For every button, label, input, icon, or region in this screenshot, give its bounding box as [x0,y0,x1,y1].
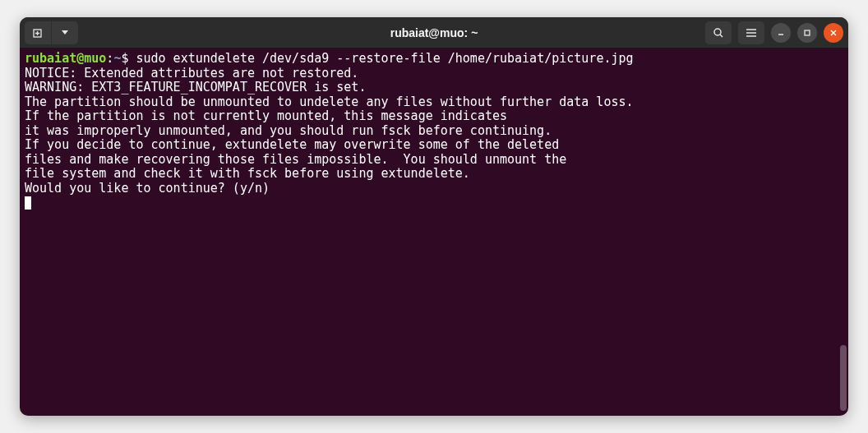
menu-button[interactable] [738,21,764,44]
cursor-line [25,196,843,210]
terminal-body[interactable]: rubaiat@muo:~$ sudo extundelete /dev/sda… [20,48,848,416]
minimize-button[interactable] [771,23,791,43]
minimize-icon [777,29,785,37]
output-line: If the partition is not currently mounte… [25,109,843,124]
new-tab-dropdown[interactable] [52,21,78,44]
titlebar-right-controls [705,21,843,44]
titlebar-left-controls [25,21,78,44]
cursor [25,196,31,210]
prompt-line: rubaiat@muo:~$ sudo extundelete /dev/sda… [25,52,843,67]
search-icon [713,27,724,39]
prompt-host: muo [84,51,106,66]
output-line: WARNING: EXT3_FEATURE_INCOMPAT_RECOVER i… [25,81,843,95]
svg-rect-9 [805,30,810,35]
output-line: it was improperly unmounted, and you sho… [25,124,843,139]
window-title: rubaiat@muo: ~ [390,26,478,39]
maximize-icon [803,29,811,37]
hamburger-icon [746,28,757,38]
new-tab-button[interactable] [25,21,51,44]
prompt-user: rubaiat [25,51,76,66]
prompt-at: @ [76,51,84,66]
close-button[interactable] [824,23,843,43]
output-line: files and make recovering those files im… [25,153,843,168]
search-button[interactable] [705,21,732,44]
terminal-window: rubaiat@muo: ~ [20,17,848,416]
titlebar: rubaiat@muo: ~ [20,17,848,48]
command-text: sudo extundelete /dev/sda9 --restore-fil… [128,51,633,66]
svg-line-4 [720,35,723,37]
maximize-button[interactable] [797,23,817,43]
output-line: file system and check it with fsck befor… [25,167,843,182]
chevron-down-icon [62,30,68,35]
scrollbar[interactable] [840,345,847,411]
svg-point-3 [714,29,721,35]
output-line: The partition should be unmounted to und… [25,95,843,110]
output-line: Would you like to continue? (y/n) [25,182,843,196]
close-icon [829,29,838,37]
output-line: If you decide to continue, extundelete m… [25,138,843,153]
output-line: NOTICE: Extended attributes are not rest… [25,67,843,81]
